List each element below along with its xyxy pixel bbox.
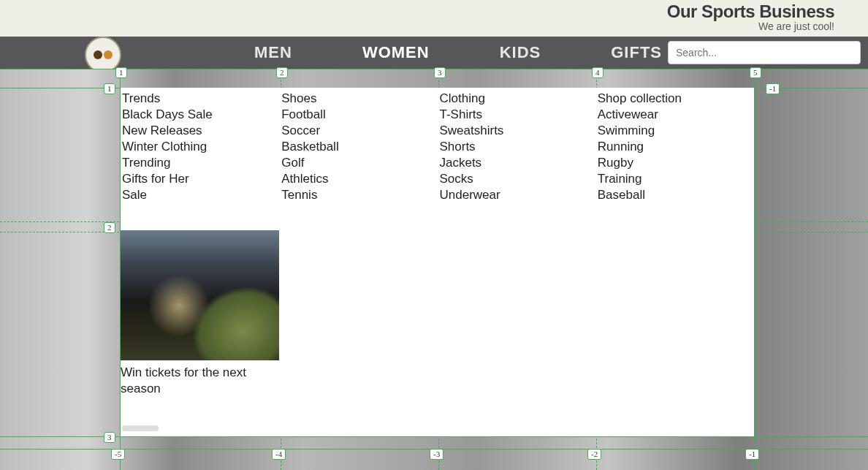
mega-link[interactable]: Activewear <box>598 107 754 123</box>
grid-col-marker: -5 <box>111 449 125 460</box>
grid-row-marker: 2 <box>104 222 115 233</box>
grid-col-marker: -1 <box>745 449 759 460</box>
mega-link[interactable]: Socks <box>439 171 595 187</box>
basketball-icon <box>104 50 113 59</box>
mega-link[interactable]: Sale <box>122 187 280 203</box>
mega-link[interactable]: Athletics <box>281 171 438 187</box>
promo-caption: Win tickets for the next season <box>121 365 279 397</box>
grid-row-marker: -1 <box>766 83 780 94</box>
mega-col-heading[interactable]: Clothing <box>439 91 595 107</box>
mega-menu-panel: Trends Black Days Sale New Releases Wint… <box>121 88 754 436</box>
main-nav: MEN WOMEN KIDS GIFTS <box>0 37 868 69</box>
mega-link[interactable]: Swimming <box>598 123 754 139</box>
brand-block: Our Sports Business We are just cool! <box>667 1 834 32</box>
mega-link[interactable]: New Releases <box>122 123 280 139</box>
mega-link[interactable]: Winter Clothing <box>122 139 280 155</box>
mega-link[interactable]: Gifts for Her <box>122 171 280 187</box>
mega-link[interactable]: Running <box>598 139 754 155</box>
horizontal-scrollbar[interactable] <box>122 425 159 431</box>
nav-kids[interactable]: KIDS <box>465 43 576 62</box>
mega-link[interactable]: T-Shirts <box>439 107 595 123</box>
mega-link[interactable]: Soccer <box>281 123 438 139</box>
mega-link[interactable]: Baseball <box>598 187 754 203</box>
grid-col-marker: -4 <box>272 449 286 460</box>
grid-row-marker: 1 <box>104 83 115 94</box>
nav-men[interactable]: MEN <box>219 43 327 62</box>
mega-col-heading[interactable]: Trends <box>122 91 280 107</box>
grid-row-marker: 3 <box>104 432 115 443</box>
grid-col-marker: -2 <box>587 449 601 460</box>
grid-col-marker: 3 <box>434 67 446 78</box>
grid-col-marker: 5 <box>750 67 761 78</box>
nav-women[interactable]: WOMEN <box>327 43 465 62</box>
mega-link[interactable]: Tennis <box>281 187 438 203</box>
mega-link[interactable]: Shorts <box>439 139 595 155</box>
mega-link[interactable]: Underwear <box>439 187 595 203</box>
promo-image-stadium <box>121 230 279 360</box>
mega-link[interactable]: Rugby <box>598 155 754 171</box>
mega-link[interactable]: Basketball <box>281 139 438 155</box>
grid-col-marker: 2 <box>276 67 288 78</box>
mega-col-heading[interactable]: Shoes <box>281 91 438 107</box>
search-input[interactable] <box>668 41 861 64</box>
brand-name: Our Sports Business <box>667 1 834 22</box>
football-icon <box>94 50 102 59</box>
mega-link[interactable]: Trending <box>122 155 280 171</box>
grid-col-marker: 4 <box>592 67 604 78</box>
mega-link[interactable]: Training <box>598 171 754 187</box>
brand-tagline: We are just cool! <box>667 20 834 32</box>
grid-col-marker: -3 <box>430 449 443 460</box>
mega-promo[interactable]: Win tickets for the next season <box>121 230 279 397</box>
mega-link[interactable]: Sweatshirts <box>439 123 595 139</box>
mega-link[interactable]: Golf <box>281 155 438 171</box>
grid-col-marker: 1 <box>115 67 127 78</box>
mega-link[interactable]: Jackets <box>439 155 595 171</box>
mega-link[interactable]: Black Days Sale <box>122 107 280 123</box>
mega-col-heading[interactable]: Shop collection <box>598 91 754 107</box>
mega-link[interactable]: Football <box>281 107 438 123</box>
